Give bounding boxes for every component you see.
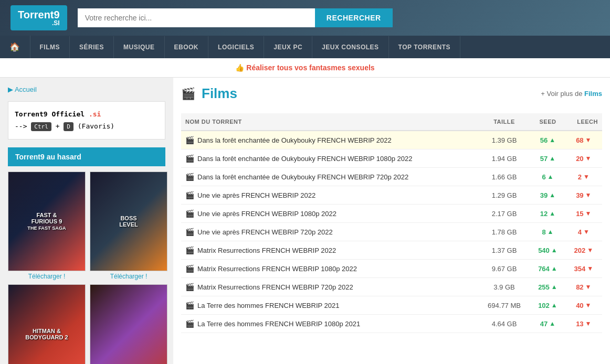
seed-arrow-0: ▲ <box>549 136 555 144</box>
torrent-size-9: 694.77 MB <box>478 296 531 315</box>
torrent-name-0[interactable]: 🎬Dans la forêt enchantée de Oukybouky FR… <box>185 136 474 144</box>
leech-value-5: 4 <box>578 228 582 236</box>
torrent-name-2[interactable]: 🎬Dans la forêt enchantée de Oukybouky FR… <box>185 173 474 181</box>
torrent-leech-8: 82▼ <box>565 278 602 296</box>
poster-image-2: HITMAN &BODYGUARD 2 <box>8 284 86 364</box>
promo-banner[interactable]: 👍 Réaliser tous vos fantasmes sexuels <box>0 58 610 78</box>
seed-arrow-6: ▲ <box>551 247 558 254</box>
seed-value-0: 56 <box>540 136 548 144</box>
torrent-leech-6: 202▼ <box>565 241 602 260</box>
torrent-name-3[interactable]: 🎬Une vie après FRENCH WEBRIP 2022 <box>185 191 474 199</box>
cam-icon-9: 🎬 <box>185 301 194 309</box>
info-plus: + <box>56 122 60 130</box>
torrent-seed-6: 540▲ <box>530 241 565 260</box>
table-row: 🎬Dans la forêt enchantée de Oukybouky FR… <box>181 149 602 168</box>
search-input[interactable] <box>78 8 315 27</box>
search-bar: RECHERCHER <box>78 8 393 27</box>
poster-grid-2: HITMAN &BODYGUARD 2 <box>8 284 165 364</box>
torrent-seed-3: 39▲ <box>530 186 565 205</box>
nav-films[interactable]: FILMS <box>30 36 70 58</box>
table-row: 🎬Une vie après FRENCH WEBRIP 720p 20221.… <box>181 223 602 241</box>
seed-arrow-3: ▲ <box>549 191 555 199</box>
cam-icon-8: 🎬 <box>185 283 194 291</box>
nav-jeuxconsoles[interactable]: JEUX CONSOLES <box>312 36 389 58</box>
torrent-name-5[interactable]: 🎬Une vie après FRENCH WEBRIP 720p 2022 <box>185 228 474 236</box>
poster-title-1: BOSSLEVEL <box>115 211 142 232</box>
torrent-seed-5: 8▲ <box>530 223 565 241</box>
nav-home[interactable]: 🏠 <box>0 36 30 58</box>
torrent-name-10[interactable]: 🎬La Terre des hommes FRENCH WEBRIP 1080p… <box>185 319 474 328</box>
nav-jeuxpc[interactable]: JEUX PC <box>264 36 312 58</box>
leech-arrow-3: ▼ <box>585 191 592 199</box>
poster-image-1: BOSSLEVEL <box>90 172 167 271</box>
banner-link[interactable]: Réaliser tous vos fantasmes sexuels <box>246 63 374 72</box>
poster-item-3 <box>90 284 167 364</box>
logo[interactable]: Torrent9 .SI <box>10 5 67 30</box>
seed-arrow-2: ▲ <box>548 173 554 180</box>
cam-icon-6: 🎬 <box>185 246 194 254</box>
seed-arrow-4: ▲ <box>549 210 555 217</box>
torrent-leech-10: 13▼ <box>565 315 602 333</box>
torrent-name-1[interactable]: 🎬Dans la forêt enchantée de Oukybouky FR… <box>185 154 474 163</box>
col-seed: SEED <box>530 113 565 131</box>
seed-value-10: 47 <box>540 320 548 328</box>
table-row: 🎬Une vie après FRENCH WEBRIP 20221.29 GB… <box>181 186 602 205</box>
torrent-size-7: 9.67 GB <box>478 260 531 278</box>
leech-value-6: 202 <box>574 247 586 254</box>
torrent-size-5: 1.78 GB <box>478 223 531 241</box>
cam-icon-1: 🎬 <box>185 154 194 163</box>
leech-arrow-0: ▼ <box>585 136 592 144</box>
content-area: Accueil Torrent9 Officiel .si --> Ctrl +… <box>0 78 610 364</box>
col-name: NOM DU TORRENT <box>181 113 478 131</box>
table-row: 🎬Matrix Resurrections FRENCH WEBRIP 2022… <box>181 241 602 260</box>
torrent-leech-4: 15▼ <box>565 205 602 223</box>
torrent-seed-0: 56▲ <box>530 131 565 149</box>
leech-value-10: 13 <box>576 320 583 328</box>
main-content: 🎬 Films + Voir plus de Films NOM DU TORR… <box>173 78 610 364</box>
cam-icon-0: 🎬 <box>185 136 194 144</box>
leech-value-7: 354 <box>574 265 586 273</box>
torrent-size-10: 4.64 GB <box>478 315 531 333</box>
torrent-seed-4: 12▲ <box>530 205 565 223</box>
torrent-name-6[interactable]: 🎬Matrix Resurrections FRENCH WEBRIP 2022 <box>185 246 474 254</box>
breadcrumb[interactable]: Accueil <box>8 85 165 93</box>
torrent-leech-5: 4▼ <box>565 223 602 241</box>
seed-arrow-5: ▲ <box>548 228 554 235</box>
table-row: 🎬Matrix Resurrections FRENCH WEBRIP 720p… <box>181 278 602 296</box>
nav-ebook[interactable]: EBOOK <box>165 36 209 58</box>
search-button[interactable]: RECHERCHER <box>315 8 393 27</box>
torrent-seed-2: 6▲ <box>530 168 565 186</box>
torrent-name-7[interactable]: 🎬Matrix Resurrections FRENCH WEBRIP 1080… <box>185 264 474 273</box>
torrent-name-9[interactable]: 🎬La Terre des hommes FRENCH WEBRIP 2021 <box>185 301 474 309</box>
seed-value-1: 57 <box>540 155 548 163</box>
seed-value-8: 255 <box>538 283 550 291</box>
torrent-name-4[interactable]: 🎬Une vie après FRENCH WEBRIP 1080p 2022 <box>185 209 474 218</box>
cam-icon-5: 🎬 <box>185 228 194 236</box>
nav-musique[interactable]: MUSIQUE <box>114 36 165 58</box>
leech-arrow-9: ▼ <box>585 302 592 309</box>
torrent-leech-7: 354▼ <box>565 260 602 278</box>
poster-grid: FAST &FURIOUS 9THE FAST SAGA Télécharger… <box>8 172 165 280</box>
nav-bar: 🏠 FILMS SÉRIES MUSIQUE EBOOK LOGICIELS J… <box>0 36 610 58</box>
sidebar: Accueil Torrent9 Officiel .si --> Ctrl +… <box>0 78 173 364</box>
poster-image-3 <box>90 284 167 364</box>
torrent-size-3: 1.29 GB <box>478 186 531 205</box>
nav-series[interactable]: SÉRIES <box>70 36 114 58</box>
telecharger-btn-0[interactable]: Télécharger ! <box>8 273 86 280</box>
leech-value-0: 68 <box>576 136 583 144</box>
torrent-name-8[interactable]: 🎬Matrix Resurrections FRENCH WEBRIP 720p… <box>185 283 474 291</box>
voir-plus-link[interactable]: Films <box>584 90 602 98</box>
cam-icon-7: 🎬 <box>185 264 194 273</box>
leech-arrow-5: ▼ <box>583 228 590 235</box>
seed-arrow-10: ▲ <box>549 320 555 327</box>
nav-logiciels[interactable]: LOGICIELS <box>208 36 264 58</box>
leech-value-3: 39 <box>576 191 583 199</box>
torrent-size-0: 1.39 GB <box>478 131 531 149</box>
leech-value-2: 2 <box>578 173 582 181</box>
telecharger-btn-1[interactable]: Télécharger ! <box>90 273 167 280</box>
torrent-leech-3: 39▼ <box>565 186 602 205</box>
torrent-size-1: 1.94 GB <box>478 149 531 168</box>
cam-icon-2: 🎬 <box>185 173 194 181</box>
nav-toptorrents[interactable]: TOP TORRENTS <box>389 36 460 58</box>
torrent-leech-9: 40▼ <box>565 296 602 315</box>
